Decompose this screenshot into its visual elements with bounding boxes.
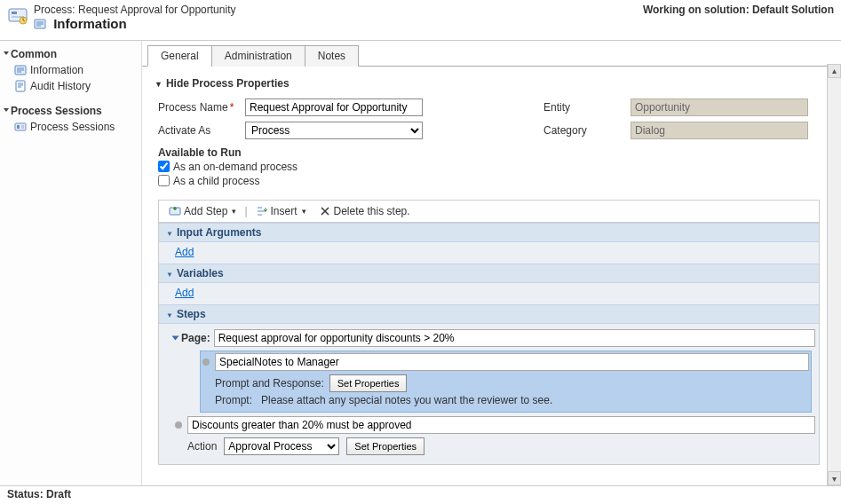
step-discounts-approval[interactable]: Action Approval Process Set Properties <box>175 416 815 459</box>
tab-general[interactable]: General <box>147 45 212 67</box>
solution-label: Working on solution: <box>643 4 750 16</box>
page-row[interactable]: Page: <box>173 329 815 347</box>
step-title-input[interactable] <box>187 416 815 434</box>
prompt-response-label: Prompt and Response: <box>215 377 324 390</box>
bullet-icon <box>202 358 210 366</box>
sidebar-item-label: Information <box>30 64 83 76</box>
scroll-down-button[interactable]: ▾ <box>828 471 841 485</box>
action-select[interactable]: Approval Process <box>224 437 339 455</box>
header: Process: Request Approval for Opportunit… <box>0 0 841 41</box>
input-arguments-add[interactable]: Add <box>175 246 819 258</box>
set-properties-button[interactable]: Set Properties <box>346 437 424 455</box>
svg-rect-7 <box>15 123 26 130</box>
child-process-checkbox[interactable] <box>158 175 170 186</box>
status-label: Status: <box>7 488 44 500</box>
prompt-label: Prompt: <box>215 394 252 406</box>
variables-section[interactable]: Variables <box>159 264 819 283</box>
bullet-icon <box>175 421 182 429</box>
child-process-label: As a child process <box>173 175 259 187</box>
process-name-input[interactable] <box>245 98 423 116</box>
add-step-icon <box>169 205 181 217</box>
scroll-area: Hide Process Properties Process Name* En… <box>142 67 841 485</box>
page-title: Information <box>53 16 127 31</box>
svg-rect-1 <box>12 12 17 14</box>
builder-toolbar: Add Step | Insert <box>159 201 819 223</box>
input-arguments-section[interactable]: Input Arguments <box>159 223 819 242</box>
child-process-checkbox-row[interactable]: As a child process <box>158 175 823 187</box>
page-label: Page: <box>181 332 210 344</box>
scroll-up-button[interactable]: ▴ <box>828 64 841 78</box>
step-title-input[interactable] <box>215 353 809 371</box>
variables-add[interactable]: Add <box>175 287 819 299</box>
main: Common Information Audit History Process… <box>0 41 841 485</box>
properties-form: Process Name* Entity Opportunity Activat… <box>158 98 823 139</box>
process-type-value: Request Approval for Opportunity <box>78 4 235 16</box>
status-bar: Status: Draft <box>0 485 841 504</box>
step-builder: Add Step | Insert <box>158 200 820 465</box>
entity-label: Entity <box>543 101 623 114</box>
set-properties-button[interactable]: Set Properties <box>329 374 408 392</box>
chevron-down-icon <box>172 335 179 340</box>
delete-step-button[interactable]: Delete this step. <box>314 203 415 219</box>
activate-as-select[interactable]: Process <box>245 122 423 139</box>
steps-section[interactable]: Steps <box>159 304 819 324</box>
category-value: Dialog <box>631 122 808 139</box>
audit-icon <box>14 80 27 92</box>
process-type-label: Process: <box>34 4 75 16</box>
add-step-button[interactable]: Add Step <box>164 203 241 219</box>
tab-notes[interactable]: Notes <box>305 45 359 67</box>
process-name-label: Process Name <box>158 101 228 114</box>
sidebar-section-common[interactable]: Common <box>2 46 141 62</box>
sidebar-item-process-sessions[interactable]: Process Sessions <box>2 119 141 135</box>
sidebar-item-label: Audit History <box>30 80 91 92</box>
svg-rect-6 <box>16 81 25 91</box>
toggle-process-properties[interactable]: Hide Process Properties <box>155 74 823 95</box>
sidebar-item-information[interactable]: Information <box>2 62 141 78</box>
info-icon <box>14 64 27 76</box>
content: General Administration Notes Hide Proces… <box>142 41 841 485</box>
solution-value: Default Solution <box>752 4 834 16</box>
sessions-icon <box>14 121 27 133</box>
delete-icon <box>319 205 331 217</box>
available-to-run-label: Available to Run <box>158 146 823 159</box>
on-demand-checkbox-row[interactable]: As an on-demand process <box>158 161 823 173</box>
sidebar: Common Information Audit History Process… <box>0 41 142 485</box>
sidebar-section-sessions[interactable]: Process Sessions <box>2 103 141 119</box>
insert-button[interactable]: Insert <box>251 203 311 219</box>
sidebar-item-label: Process Sessions <box>30 121 115 133</box>
page-description-input[interactable] <box>214 329 815 347</box>
on-demand-label: As an on-demand process <box>173 161 298 173</box>
prompt-value: Please attach any special notes you want… <box>261 394 552 406</box>
process-icon <box>7 5 28 27</box>
entity-value: Opportunity <box>631 98 808 116</box>
on-demand-checkbox[interactable] <box>158 161 170 172</box>
tab-administration[interactable]: Administration <box>211 45 305 67</box>
tabs: General Administration Notes <box>142 41 841 67</box>
action-label: Action <box>187 440 217 453</box>
activate-as-label: Activate As <box>158 124 238 137</box>
step-specialnotes[interactable]: Prompt and Response: Set Properties Prom… <box>200 350 812 413</box>
insert-icon <box>256 205 268 217</box>
svg-rect-9 <box>21 125 24 129</box>
sidebar-item-audit-history[interactable]: Audit History <box>2 78 141 94</box>
scrollbar[interactable]: ▴ ▾ <box>827 64 841 485</box>
status-value: Draft <box>46 488 71 500</box>
info-icon <box>34 18 46 33</box>
category-label: Category <box>543 124 623 137</box>
svg-rect-8 <box>17 125 20 129</box>
